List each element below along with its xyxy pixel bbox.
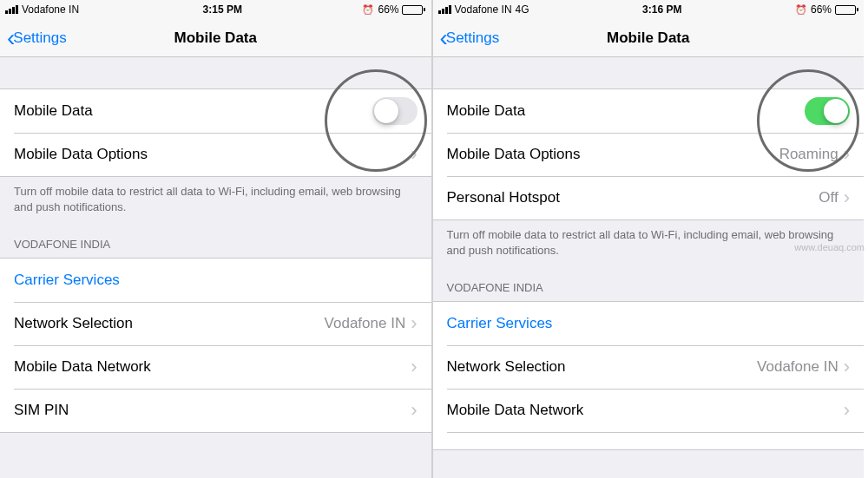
row-label: SIM PIN	[14, 402, 69, 419]
carrier-label: Vodafone IN	[455, 3, 512, 16]
chevron-right-icon: ›	[844, 187, 850, 209]
row-label: Carrier Services	[447, 315, 553, 332]
battery-pct: 66%	[378, 3, 398, 16]
section-footer: Turn off mobile data to restrict all dat…	[0, 177, 431, 221]
row-mobile-data[interactable]: Mobile Data	[0, 89, 431, 133]
watermark: www.deuaq.com	[794, 242, 865, 252]
chevron-right-icon: ›	[411, 312, 417, 335]
alarm-icon: ⏰	[362, 4, 374, 16]
row-label: Mobile Data	[447, 102, 526, 120]
screen-left: Vodafone IN 3:15 PM ⏰ 66% ‹ Settings Mob…	[0, 0, 431, 478]
row-label: Carrier Services	[14, 272, 120, 289]
row-mobile-data-network[interactable]: Mobile Data Network ›	[0, 345, 431, 389]
status-bar: Vodafone IN 4G 3:16 PM ⏰ 66%	[433, 0, 865, 19]
chevron-right-icon: ›	[844, 143, 850, 166]
chevron-right-icon: ›	[411, 356, 417, 378]
signal-icon	[438, 5, 451, 14]
row-value: Roaming	[779, 146, 838, 163]
row-value: Off	[819, 189, 838, 206]
chevron-right-icon: ›	[411, 399, 417, 422]
row-label: Mobile Data Options	[447, 146, 581, 163]
row-mobile-data-options[interactable]: Mobile Data Options ›	[0, 133, 431, 176]
row-mobile-data-network[interactable]: Mobile Data Network ›	[433, 389, 865, 432]
row-network-selection[interactable]: Network Selection Vodafone IN ›	[433, 345, 865, 389]
nav-bar: ‹ Settings Mobile Data	[0, 19, 431, 57]
nav-bar: ‹ Settings Mobile Data	[433, 19, 865, 57]
clock: 3:16 PM	[642, 3, 681, 16]
row-label: Mobile Data	[14, 102, 93, 120]
back-button[interactable]: ‹ Settings	[7, 26, 67, 50]
row-label: Network Selection	[14, 315, 133, 332]
signal-icon	[5, 5, 18, 14]
chevron-right-icon: ›	[844, 399, 850, 422]
battery-icon	[402, 5, 425, 15]
mobile-data-toggle[interactable]	[372, 97, 418, 125]
battery-icon	[835, 5, 858, 15]
chevron-right-icon: ›	[844, 356, 850, 378]
back-label: Settings	[13, 29, 66, 47]
carrier-label: Vodafone IN	[22, 3, 79, 16]
row-sim-pin[interactable]: SIM PIN ›	[0, 389, 431, 432]
row-label: Mobile Data Network	[14, 358, 151, 376]
clock: 3:15 PM	[203, 3, 242, 16]
row-personal-hotspot[interactable]: Personal Hotspot Off ›	[433, 176, 865, 219]
back-button[interactable]: ‹ Settings	[440, 26, 500, 50]
row-label: Network Selection	[447, 358, 566, 376]
row-mobile-data[interactable]: Mobile Data	[433, 89, 865, 133]
row-sim-pin[interactable]	[433, 432, 865, 449]
back-label: Settings	[446, 29, 499, 47]
section-header: VODAFONE INDIA	[0, 221, 431, 258]
row-label: Mobile Data Network	[447, 402, 584, 419]
status-bar: Vodafone IN 3:15 PM ⏰ 66%	[0, 0, 431, 19]
screen-right: Vodafone IN 4G 3:16 PM ⏰ 66% ‹ Settings …	[433, 0, 865, 478]
network-label: 4G	[516, 3, 529, 16]
row-label: Personal Hotspot	[447, 189, 560, 206]
row-carrier-services[interactable]: Carrier Services	[0, 259, 431, 302]
section-header: VODAFONE INDIA	[433, 265, 865, 301]
chevron-right-icon: ›	[411, 143, 417, 166]
row-carrier-services[interactable]: Carrier Services	[433, 302, 865, 345]
row-mobile-data-options[interactable]: Mobile Data Options Roaming ›	[433, 133, 865, 176]
mobile-data-toggle[interactable]	[805, 97, 850, 125]
row-label: Mobile Data Options	[14, 146, 148, 163]
battery-pct: 66%	[811, 3, 832, 16]
row-value: Vodafone IN	[325, 315, 406, 332]
row-value: Vodafone IN	[757, 358, 838, 376]
row-network-selection[interactable]: Network Selection Vodafone IN ›	[0, 302, 431, 345]
alarm-icon: ⏰	[795, 4, 807, 16]
